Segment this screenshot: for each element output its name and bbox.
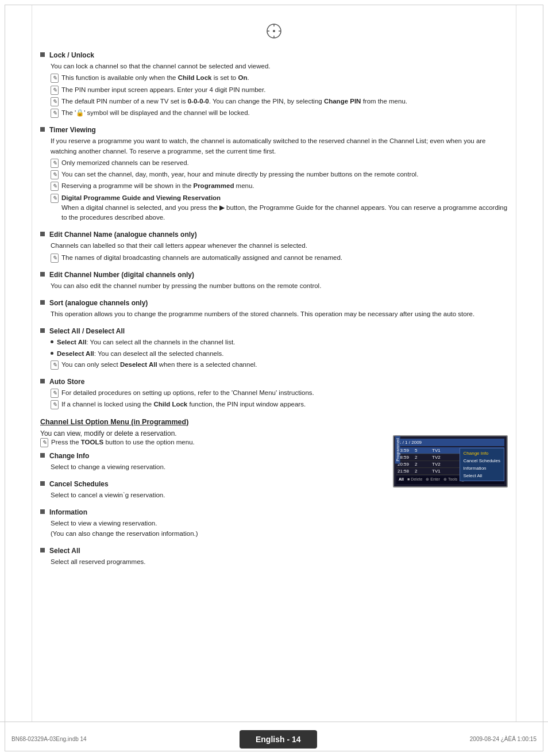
section-timer-viewing: Timer Viewing If you reserve a programme… bbox=[40, 126, 508, 222]
top-compass-icon bbox=[40, 23, 508, 41]
note-item: ✎ Only memorized channels can be reserve… bbox=[51, 158, 508, 168]
note-text: Only memorized channels can be reserved. bbox=[61, 158, 189, 168]
select-all-title: Select All bbox=[49, 547, 80, 555]
note-icon: ✎ bbox=[51, 360, 59, 370]
note-icon: ✎ bbox=[51, 194, 59, 203]
section-select-deselect: Select All / Deselect All Select All: Yo… bbox=[40, 327, 508, 370]
bullet-icon bbox=[40, 328, 45, 333]
note-text: You can set the channel, day, month, yea… bbox=[61, 170, 418, 179]
subsection-change-info: Change Info Select to change a viewing r… bbox=[40, 452, 381, 472]
section-edit-channel-name-title: Edit Channel Name (analogue channels onl… bbox=[49, 231, 197, 239]
tv-context-menu: Change Info Cancel Schedules Information… bbox=[460, 448, 504, 481]
note-item: ✎ The PIN number input screen appears. E… bbox=[51, 85, 508, 95]
bullet-icon bbox=[40, 272, 45, 277]
tv-time: 21:58 bbox=[398, 469, 415, 474]
cancel-schedules-body: Select to cancel a viewin`g reservation. bbox=[51, 490, 381, 500]
section-edit-channel-name: Edit Channel Name (analogue channels onl… bbox=[40, 231, 508, 263]
section-sort: Sort (analogue channels only) This opera… bbox=[40, 299, 508, 319]
section-sort-title: Sort (analogue channels only) bbox=[49, 299, 148, 307]
section-lock-unlock-body: You can lock a channel so that the chann… bbox=[51, 62, 508, 71]
note-icon: ✎ bbox=[51, 109, 59, 118]
section-lock-unlock: Lock / Unlock You can lock a channel so … bbox=[40, 51, 508, 118]
tv-date: 1 / 1 / 2009 bbox=[399, 440, 422, 445]
tv-ch-num: 2 bbox=[415, 462, 432, 467]
bullet-icon bbox=[40, 127, 45, 132]
note-text: This function is available only when the… bbox=[61, 73, 249, 83]
channel-list-intro: You can view, modify or delete a reserva… bbox=[40, 429, 381, 438]
select-all-text: Select All: You can select all the chann… bbox=[57, 337, 235, 347]
bullet-icon bbox=[40, 453, 45, 458]
footer-right: 2009-08-24 ¿ÀÈÄ 1:00:15 bbox=[470, 736, 537, 742]
tv-label-delete: ■ Delete bbox=[407, 477, 422, 483]
section-auto-store-title: Auto Store bbox=[49, 378, 84, 386]
footer-left: BN68-02329A-03Eng.indb 14 bbox=[11, 736, 87, 742]
bullet-icon bbox=[40, 509, 45, 514]
note-icon: ✎ bbox=[51, 159, 59, 168]
section-sort-body: This operation allows you to change the … bbox=[51, 309, 508, 319]
note-text: Reserving a programme will be shown in t… bbox=[61, 181, 254, 191]
cancel-schedules-title: Cancel Schedules bbox=[49, 480, 109, 488]
tv-screen-image: Programmed 1 / 1 / 2009 13:59 5 TV1 ○ 18… bbox=[393, 435, 508, 488]
tv-menu-item-change-info: Change Info bbox=[464, 450, 500, 457]
note-item: ✎ The default PIN number of a new TV set… bbox=[51, 97, 508, 106]
section-edit-channel-number-body: You can also edit the channel number by … bbox=[51, 281, 508, 291]
tv-label-all: All bbox=[399, 477, 404, 483]
bullet-icon bbox=[40, 232, 45, 236]
note-icon: ✎ bbox=[51, 400, 59, 409]
note-icon: ✎ bbox=[51, 182, 59, 191]
dot-icon bbox=[51, 352, 53, 355]
note-text: The names of digital broadcasting channe… bbox=[61, 253, 342, 263]
bullet-icon bbox=[40, 379, 45, 383]
note-text: The '🔒' symbol will be displayed and the… bbox=[61, 108, 250, 118]
section-edit-channel-number: Edit Channel Number (digital channels on… bbox=[40, 271, 508, 291]
note-icon: ✎ bbox=[51, 86, 59, 95]
section-channel-list-option: Channel List Option Menu (in Programmed)… bbox=[40, 418, 508, 575]
note-item: ✎ This function is available only when t… bbox=[51, 73, 508, 83]
tv-ch-num: 5 bbox=[415, 448, 432, 453]
note-item: ✎ Press the TOOLS button to use the opti… bbox=[40, 438, 381, 447]
note-icon: ✎ bbox=[51, 170, 59, 179]
bullet-icon bbox=[40, 52, 45, 57]
footer-page-label: English - 14 bbox=[240, 730, 317, 749]
note-item: ✎ You can set the channel, day, month, y… bbox=[51, 170, 508, 179]
svg-point-1 bbox=[273, 30, 275, 32]
note-text: For detailed procedures on setting up op… bbox=[61, 388, 314, 398]
note-icon: ✎ bbox=[51, 389, 59, 398]
bullet-icon bbox=[40, 548, 45, 552]
tv-menu-item-cancel-schedules: Cancel Schedules bbox=[464, 457, 500, 465]
note-item: ✎ The names of digital broadcasting chan… bbox=[51, 253, 508, 263]
note-icon: ✎ bbox=[40, 438, 48, 447]
note-text: The PIN number input screen appears. Ent… bbox=[61, 85, 265, 95]
tv-header: 1 / 1 / 2009 bbox=[396, 439, 504, 446]
bullet-dot-item: Deselect All: You can deselect all the s… bbox=[51, 349, 508, 359]
change-info-title: Change Info bbox=[49, 452, 89, 460]
dot-icon bbox=[51, 340, 53, 343]
page-content: Lock / Unlock You can lock a channel so … bbox=[0, 0, 548, 629]
channel-list-text: You can view, modify or delete a reserva… bbox=[40, 429, 381, 575]
tv-label-tools: ⊕ Tools bbox=[443, 477, 457, 483]
section-timer-viewing-body: If you reserve a programme you want to w… bbox=[51, 136, 508, 156]
information-body: Select to view a viewing reservation.(Yo… bbox=[51, 519, 381, 539]
note-text: If a channel is locked using the Child L… bbox=[61, 400, 306, 409]
note-item: ✎ Reserving a programme will be shown in… bbox=[51, 181, 508, 191]
note-text: Digital Programme Guide and Viewing Rese… bbox=[61, 193, 508, 223]
note-item: ✎ Digital Programme Guide and Viewing Re… bbox=[51, 193, 508, 223]
tv-ch-num: 2 bbox=[415, 455, 432, 460]
subsection-information: Information Select to view a viewing res… bbox=[40, 508, 381, 539]
tv-screen: Programmed 1 / 1 / 2009 13:59 5 TV1 ○ 18… bbox=[393, 435, 508, 488]
bullet-icon bbox=[40, 300, 45, 305]
note-icon: ✎ bbox=[51, 97, 59, 106]
note-icon: ✎ bbox=[51, 74, 59, 83]
note-text: The default PIN number of a new TV set i… bbox=[61, 97, 407, 106]
select-all-body: Select all reserved programmes. bbox=[51, 557, 381, 567]
bullet-dot-item: Select All: You can select all the chann… bbox=[51, 337, 508, 347]
section-timer-viewing-title: Timer Viewing bbox=[49, 126, 96, 134]
section-auto-store: Auto Store ✎ For detailed procedures on … bbox=[40, 378, 508, 410]
channel-list-header: Channel List Option Menu (in Programmed) bbox=[40, 418, 508, 426]
tv-menu-item-select-all: Select All bbox=[464, 472, 500, 479]
tv-label-enter: ⊕ Enter bbox=[426, 477, 440, 483]
note-text: Press the TOOLS button to use the option… bbox=[51, 438, 195, 447]
section-select-deselect-title: Select All / Deselect All bbox=[49, 327, 125, 335]
tv-menu-item-information: Information bbox=[464, 465, 500, 472]
note-item: ✎ The '🔒' symbol will be displayed and t… bbox=[51, 108, 508, 118]
